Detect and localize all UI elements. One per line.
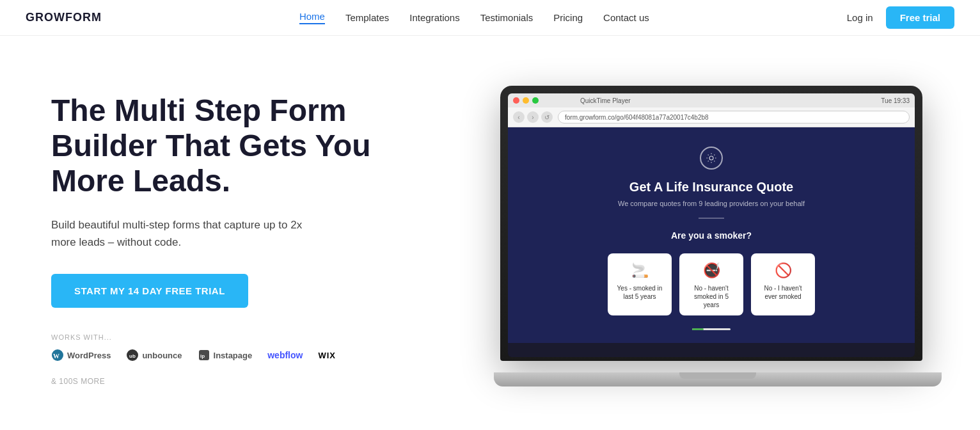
integration-wix: WIX [318,351,336,360]
login-link[interactable]: Log in [847,12,873,23]
form-brand-icon [700,147,723,170]
laptop-base [494,372,942,386]
settings-icon [706,152,717,164]
smoker-icon-2: 🚭 [703,262,720,279]
browser-chrome: ‹ › ↺ form.growform.co/go/604f48081a77a2… [508,107,915,127]
integration-wordpress: W WordPress [51,349,111,362]
hero-subtitle: Build beautiful multi-step forms that ca… [51,216,320,251]
webflow-label-styled: webflow [267,350,303,360]
form-subtitle-text: We compare quotes from 9 leading provide… [618,200,805,207]
mac-dot-red [513,97,519,104]
form-option-1[interactable]: 🚬 Yes - smoked in last 5 years [608,253,672,315]
form-divider [699,218,724,219]
hero-mockup: QuickTime Player Tue 19:33 ‹ › ↺ form.gr… [494,86,929,393]
nav-home[interactable]: Home [299,11,325,24]
wordpress-label: WordPress [67,351,111,360]
unbounce-label: unbounce [142,351,182,360]
form-option-3-label: No - I haven't ever smoked [757,284,809,301]
header: GROWFORM Home Templates Integrations Tes… [0,0,980,36]
mac-clock: Tue 19:33 [881,97,910,104]
form-options: 🚬 Yes - smoked in last 5 years 🚭 No - ha… [608,253,815,315]
url-text: form.growform.co/go/604f48081a77a20017c4… [565,114,709,121]
cta-button[interactable]: START MY 14 DAY FREE TRIAL [51,274,248,308]
more-integrations-label: & 100S MORE [51,377,105,386]
laptop-notch [679,372,756,379]
hero-section: The Multi Step Form Builder That Gets Yo… [0,36,980,430]
integrations-row: W WordPress ub unbounce ip [51,349,384,386]
svg-point-6 [709,156,713,160]
free-trial-button[interactable]: Free trial [886,6,954,29]
svg-text:ub: ub [129,353,136,359]
works-with-section: WORKS WITH... W WordPress ub unb [51,333,384,386]
form-progress-fill [692,328,704,330]
mac-top-bar: QuickTime Player Tue 19:33 [508,93,915,107]
form-progress-bar [692,328,731,330]
url-bar[interactable]: form.growform.co/go/604f48081a77a20017c4… [558,111,910,123]
laptop-wrap: QuickTime Player Tue 19:33 ‹ › ↺ form.gr… [494,86,929,393]
instapage-icon: ip [198,349,210,362]
instapage-label: Instapage [214,351,253,360]
hero-title: The Multi Step Form Builder That Gets Yo… [51,93,384,199]
nav-templates[interactable]: Templates [345,12,389,23]
integration-webflow: webflow [267,350,303,360]
back-button[interactable]: ‹ [513,111,525,123]
form-option-2[interactable]: 🚭 No - haven't smoked in 5 years [679,253,743,315]
smoker-icon-3: 🚫 [775,262,792,279]
nav-contact[interactable]: Contact us [603,12,649,23]
mac-dot-yellow [523,97,529,104]
hero-content: The Multi Step Form Builder That Gets Yo… [51,93,384,386]
nav-integrations[interactable]: Integrations [409,12,459,23]
refresh-button[interactable]: ↺ [541,111,553,123]
unbounce-icon: ub [126,349,139,362]
form-question: Are you a smoker? [671,230,752,241]
browser-nav-buttons: ‹ › ↺ [513,111,553,123]
form-option-2-label: No - haven't smoked in 5 years [686,284,737,309]
form-option-3[interactable]: 🚫 No - I haven't ever smoked [751,253,815,315]
form-option-1-label: Yes - smoked in last 5 years [614,284,665,301]
nav-actions: Log in Free trial [847,6,954,29]
wordpress-icon: W [51,349,64,362]
form-content: Get A Life Insurance Quote We compare qu… [508,127,915,343]
main-nav: Home Templates Integrations Testimonials… [299,11,649,24]
laptop-outer: QuickTime Player Tue 19:33 ‹ › ↺ form.gr… [500,86,922,361]
integration-instapage: ip Instapage [198,349,253,362]
nav-pricing[interactable]: Pricing [553,12,583,23]
svg-text:ip: ip [200,353,205,359]
integration-unbounce: ub unbounce [126,349,182,362]
mac-dot-green [532,97,539,104]
svg-text:W: W [53,353,59,360]
smoker-icon-1: 🚬 [631,262,649,279]
form-main-title: Get A Life Insurance Quote [629,180,793,195]
logo: GROWFORM [26,11,102,24]
forward-button[interactable]: › [527,111,539,123]
works-with-label: WORKS WITH... [51,333,384,341]
laptop-screen: QuickTime Player Tue 19:33 ‹ › ↺ form.gr… [508,93,915,357]
nav-testimonials[interactable]: Testimonials [480,12,533,23]
wix-label-styled: WIX [318,351,336,360]
mac-app-name: QuickTime Player [580,97,631,104]
